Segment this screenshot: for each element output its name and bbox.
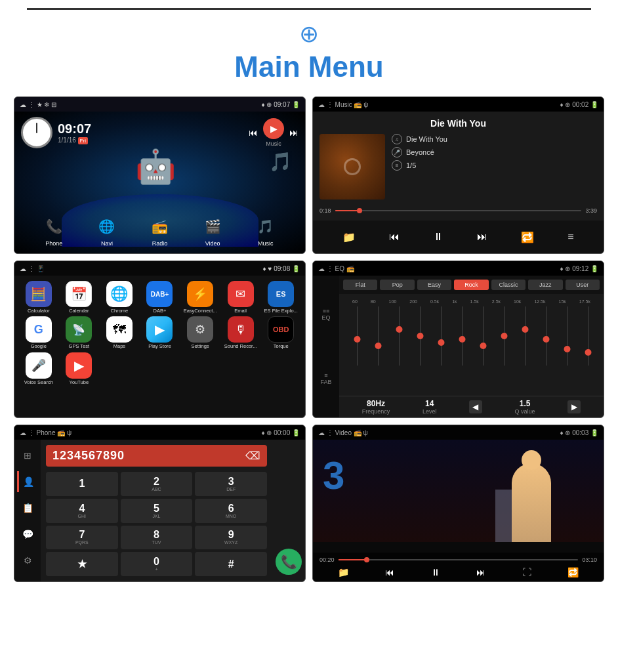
svg-point-15 xyxy=(417,333,424,339)
preset-jazz[interactable]: Jazz xyxy=(528,280,562,290)
app-google[interactable]: G Google xyxy=(20,316,58,349)
key-2[interactable]: 2ABC xyxy=(121,472,193,496)
folder-button[interactable]: 📁 xyxy=(342,231,356,243)
prev-track-button[interactable]: ⏮ xyxy=(389,231,400,243)
preset-rock[interactable]: Rock xyxy=(454,280,488,290)
apps-status-left: ☁ ⋮ 📱 xyxy=(20,265,45,272)
home-icon-navi[interactable]: 🌐 Navi xyxy=(94,214,119,247)
video-scene-number: 3 xyxy=(323,453,344,498)
esfile-icon: ES xyxy=(268,281,294,307)
settings-label: Settings xyxy=(192,344,209,349)
home-icon-music[interactable]: 🎵 Music xyxy=(253,214,278,247)
video-status-left: ☁ ⋮ Video 📻 ψ xyxy=(318,429,368,436)
key-8[interactable]: 8TUV xyxy=(121,526,193,550)
status-left-home: ☁ ⋮ ★ ❄ ⊟ xyxy=(20,101,56,108)
app-es-file[interactable]: ES ES File Explo... xyxy=(262,281,300,314)
video-repeat-button[interactable]: 🔁 xyxy=(567,567,579,578)
app-maps[interactable]: 🗺 Maps xyxy=(100,316,138,349)
song-name-row: ♫ Die With You xyxy=(392,134,597,144)
keypad-icon: ⊞ xyxy=(24,450,31,461)
calendar-label: Calendar xyxy=(69,308,89,314)
video-progress-dot xyxy=(364,557,369,562)
youtube-label: YouTube xyxy=(70,380,89,385)
svg-point-22 xyxy=(564,346,571,352)
video-next-button[interactable]: ⏭ xyxy=(476,567,485,578)
media-controls[interactable]: ⏮ ▶ Music ⏭ xyxy=(249,118,299,147)
next-track-button[interactable]: ⏭ xyxy=(477,231,487,243)
gps-label: GPS Test xyxy=(69,344,90,349)
preset-flat[interactable]: Flat xyxy=(343,280,377,290)
eq-status-left: ☁ ⋮ EQ 📻 xyxy=(318,265,354,272)
key-0[interactable]: 0+ xyxy=(121,552,193,576)
video-prev-button[interactable]: ⏮ xyxy=(385,567,394,578)
video-folder-button[interactable]: 📁 xyxy=(338,567,349,578)
play-button[interactable]: ▶ xyxy=(263,118,284,139)
app-gps-test[interactable]: 📡 GPS Test xyxy=(60,316,98,349)
svg-point-14 xyxy=(396,326,403,333)
app-calendar[interactable]: 📅 Calendar xyxy=(60,281,98,314)
video-icon: 🎬 xyxy=(200,214,225,239)
app-calculator[interactable]: 🧮 Calculator xyxy=(20,281,58,314)
preset-pop[interactable]: Pop xyxy=(380,280,414,290)
svg-point-12 xyxy=(354,336,361,343)
app-torque[interactable]: OBD Torque xyxy=(262,316,300,349)
app-youtube[interactable]: ▶ YouTube xyxy=(60,352,98,385)
key-6[interactable]: 6MNO xyxy=(195,499,267,523)
key-3[interactable]: 3DEF xyxy=(195,472,267,496)
app-dab[interactable]: DAB+ DAB+ xyxy=(141,281,179,314)
progress-dot xyxy=(357,208,362,213)
maps-label: Maps xyxy=(113,344,125,349)
prev-button[interactable]: ⏮ xyxy=(249,127,258,138)
q-left-button[interactable]: ◀ xyxy=(469,400,482,413)
equalizer-button[interactable]: ≡ xyxy=(567,231,573,243)
qvalue-control: 1.5 Q value xyxy=(515,399,535,415)
app-chrome[interactable]: 🌐 Chrome xyxy=(100,281,138,314)
google-label: Google xyxy=(31,344,47,349)
next-button[interactable]: ⏭ xyxy=(289,127,299,138)
key-1[interactable]: 1 xyxy=(46,472,118,496)
app-sound-recorder[interactable]: 🎙 Sound Recor... xyxy=(222,316,260,349)
music-label: Music xyxy=(258,240,274,247)
call-log-tab[interactable]: 📋 xyxy=(17,497,38,518)
app-easyconnect[interactable]: ⚡ EasyConnect... xyxy=(181,281,219,314)
preset-user[interactable]: User xyxy=(566,280,600,290)
video-fullscreen-button[interactable]: ⛶ xyxy=(522,567,531,578)
call-button[interactable]: 📞 xyxy=(276,549,302,575)
video-pause-button[interactable]: ⏸ xyxy=(431,567,440,578)
key-star[interactable]: ★ xyxy=(46,552,118,576)
app-settings[interactable]: ⚙ Settings xyxy=(181,316,219,349)
preset-easy[interactable]: Easy xyxy=(417,280,451,290)
q-right-button[interactable]: ▶ xyxy=(567,400,581,413)
header-icon: ⊕ xyxy=(299,20,319,48)
video-progress-fill xyxy=(339,559,367,560)
key-9[interactable]: 9WXYZ xyxy=(195,526,267,550)
sms-tab[interactable]: 💬 xyxy=(17,524,38,545)
music-progress-bar[interactable] xyxy=(335,210,582,211)
status-right-home: ♦ ⊕ 09:07 🔋 xyxy=(262,101,300,108)
screen-video: ☁ ⋮ Video 📻 ψ ♦ ⊕ 00:03 🔋 3 00:20 03:10 … xyxy=(312,425,604,582)
key-hash[interactable]: # xyxy=(195,552,267,576)
svg-point-21 xyxy=(543,336,550,343)
home-icon-phone[interactable]: 📞 Phone xyxy=(41,214,66,247)
preset-classic[interactable]: Classic xyxy=(491,280,525,290)
video-progress-track[interactable] xyxy=(339,559,579,560)
pause-button[interactable]: ⏸ xyxy=(433,231,443,243)
repeat-button[interactable]: 🔁 xyxy=(521,231,534,243)
home-icon-radio[interactable]: 📻 Radio xyxy=(147,214,172,247)
dialer-display: 1234567890 ⌫ xyxy=(46,445,267,467)
phone-body: ⊞ 👤 📋 💬 ⚙ 1234567890 ⌫ xyxy=(14,440,305,581)
delete-button[interactable]: ⌫ xyxy=(245,450,260,462)
phone-settings-icon: ⚙ xyxy=(24,555,32,566)
app-email[interactable]: ✉ Email xyxy=(222,281,260,314)
calculator-icon: 🧮 xyxy=(26,281,52,307)
home-icon-video[interactable]: 🎬 Video xyxy=(200,214,225,247)
keypad-tab[interactable]: ⊞ xyxy=(17,445,38,466)
settings-tab[interactable]: ⚙ xyxy=(17,550,38,571)
key-5[interactable]: 5JKL xyxy=(121,499,193,523)
key-4[interactable]: 4GHI xyxy=(46,499,118,523)
key-7[interactable]: 7PQRS xyxy=(46,526,118,550)
app-play-store[interactable]: ▶ Play Store xyxy=(141,316,179,349)
level-value: 14 xyxy=(422,399,437,408)
contacts-tab[interactable]: 👤 xyxy=(17,471,38,492)
app-voice-search[interactable]: 🎤 Voice Search xyxy=(20,352,58,385)
